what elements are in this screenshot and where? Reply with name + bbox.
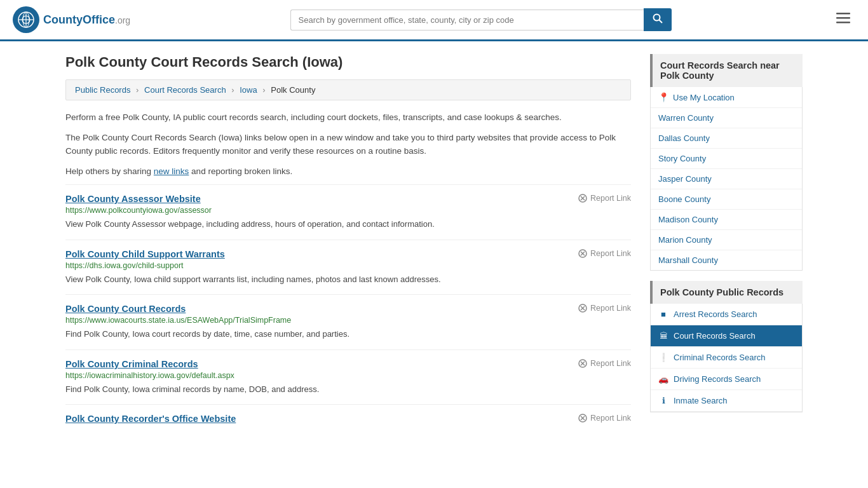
nearby-section-title: Court Records Search near Polk County [650, 54, 803, 87]
sidebar: Court Records Search near Polk County 📍 … [650, 54, 803, 433]
pub-rec-icon-0: ■ [658, 309, 668, 319]
breadcrumb-public-records[interactable]: Public Records [75, 85, 130, 95]
report-link-4[interactable]: Report Link [578, 414, 631, 423]
svg-line-6 [659, 20, 662, 24]
page-title: Polk County Court Records Search (Iowa) [65, 54, 631, 71]
pub-rec-label-3: Driving Records Search [674, 374, 761, 384]
report-link-2[interactable]: Report Link [578, 304, 631, 313]
pub-rec-item-4[interactable]: ℹInmate Search [651, 390, 802, 412]
nearby-county-2[interactable]: Story County [651, 149, 802, 169]
pub-rec-item-3[interactable]: 🚗Driving Records Search [651, 369, 802, 390]
result-desc-1: View Polk County, Iowa child support war… [65, 273, 631, 286]
nearby-county-0[interactable]: Warren County [651, 108, 802, 128]
result-desc-0: View Polk County Assessor webpage, inclu… [65, 218, 631, 231]
pub-rec-icon-4: ℹ [658, 396, 668, 405]
logo-area: CountyOffice.org [13, 6, 130, 33]
nearby-county-1[interactable]: Dallas County [651, 128, 802, 149]
result-header: Polk County Assessor Website Report Link [65, 194, 631, 204]
report-link-0[interactable]: Report Link [578, 194, 631, 203]
description-1: Perform a free Polk County, IA public co… [65, 111, 631, 125]
result-title-4[interactable]: Polk County Recorder's Office Website [65, 414, 236, 424]
result-url-1: https://dhs.iowa.gov/child-support [65, 261, 631, 270]
menu-button[interactable] [831, 9, 855, 30]
location-icon: 📍 [658, 92, 669, 102]
new-links-link[interactable]: new links [154, 166, 189, 176]
pub-rec-item-1[interactable]: 🏛Court Records Search [651, 325, 802, 347]
result-url-3: https://iowacriminalhistory.iowa.gov/def… [65, 371, 631, 380]
result-desc-3: Find Polk County, Iowa criminal records … [65, 383, 631, 396]
report-link-1[interactable]: Report Link [578, 249, 631, 258]
public-records-list: ■Arrest Records Search🏛Court Records Sea… [650, 304, 803, 412]
result-header: Polk County Recorder's Office Website Re… [65, 414, 631, 424]
nearby-county-3[interactable]: Jasper County [651, 169, 802, 189]
use-my-location[interactable]: 📍 Use My Location [651, 87, 802, 108]
logo-icon [13, 6, 39, 33]
description-3: Help others by sharing new links and rep… [65, 165, 631, 179]
nearby-links: 📍 Use My Location Warren CountyDallas Co… [650, 87, 803, 271]
pub-rec-icon-2: ❕ [658, 353, 668, 362]
nearby-county-7[interactable]: Marshall County [651, 250, 802, 270]
result-item: Polk County Child Support Warrants Repor… [65, 240, 631, 295]
result-title-1[interactable]: Polk County Child Support Warrants [65, 249, 225, 259]
pub-rec-item-0[interactable]: ■Arrest Records Search [651, 304, 802, 325]
nearby-county-list: Warren CountyDallas CountyStory CountyJa… [651, 108, 802, 270]
nearby-county-5[interactable]: Madison County [651, 210, 802, 230]
result-title-3[interactable]: Polk County Criminal Records [65, 359, 198, 369]
svg-rect-9 [836, 22, 850, 24]
pub-rec-label-2: Criminal Records Search [674, 353, 766, 362]
result-header: Polk County Court Records Report Link [65, 304, 631, 314]
description-2: The Polk County Court Records Search (Io… [65, 131, 631, 158]
search-area [290, 8, 672, 31]
search-button[interactable] [644, 8, 672, 31]
breadcrumb: Public Records › Court Records Search › … [65, 79, 631, 100]
result-title-0[interactable]: Polk County Assessor Website [65, 194, 201, 204]
breadcrumb-current: Polk County [271, 85, 315, 95]
result-url-0: https://www.polkcountyiowa.gov/assessor [65, 206, 631, 215]
breadcrumb-iowa[interactable]: Iowa [240, 85, 257, 95]
header: CountyOffice.org [0, 0, 868, 41]
svg-rect-8 [836, 17, 850, 19]
result-item: Polk County Criminal Records Report Link… [65, 349, 631, 405]
pub-rec-icon-1: 🏛 [658, 331, 668, 341]
breadcrumb-court-records[interactable]: Court Records Search [144, 85, 226, 95]
result-url-2: https://www.iowacourts.state.ia.us/ESAWe… [65, 316, 631, 325]
nearby-county-6[interactable]: Marion County [651, 230, 802, 250]
result-item: Polk County Assessor Website Report Link… [65, 184, 631, 240]
use-location-label: Use My Location [673, 93, 735, 102]
search-input[interactable] [290, 10, 644, 30]
main-content: Polk County Court Records Search (Iowa) … [65, 54, 631, 433]
result-title-2[interactable]: Polk County Court Records [65, 304, 186, 314]
report-link-3[interactable]: Report Link [578, 359, 631, 368]
result-item: Polk County Court Records Report Link ht… [65, 294, 631, 349]
pub-rec-label-4: Inmate Search [674, 396, 728, 405]
result-header: Polk County Criminal Records Report Link [65, 359, 631, 369]
nearby-county-4[interactable]: Boone County [651, 189, 802, 210]
svg-point-5 [653, 15, 660, 21]
result-header: Polk County Child Support Warrants Repor… [65, 249, 631, 259]
pub-rec-item-2[interactable]: ❕Criminal Records Search [651, 347, 802, 369]
pub-rec-label-0: Arrest Records Search [674, 309, 757, 319]
logo-org: .org [115, 15, 130, 25]
result-item: Polk County Recorder's Office Website Re… [65, 404, 631, 433]
main-container: Polk County Court Records Search (Iowa) … [53, 41, 815, 445]
result-desc-2: Find Polk County, Iowa court records by … [65, 328, 631, 341]
public-records-title: Polk County Public Records [650, 281, 803, 304]
pub-rec-icon-3: 🚗 [658, 374, 668, 384]
logo-name: CountyOffice [43, 13, 115, 26]
results-list: Polk County Assessor Website Report Link… [65, 184, 631, 433]
svg-rect-7 [836, 13, 850, 15]
pub-rec-label-1: Court Records Search [674, 331, 756, 341]
logo-text: CountyOffice.org [43, 13, 130, 27]
